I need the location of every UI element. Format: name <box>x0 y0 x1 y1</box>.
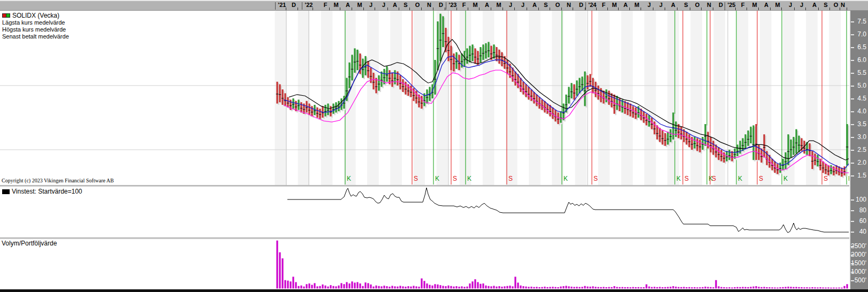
time-axis-tick <box>618 7 619 10</box>
time-axis-tick <box>781 7 782 10</box>
svg-text:K: K <box>564 175 568 182</box>
time-axis-tick <box>550 7 550 10</box>
svg-text:K: K <box>783 175 788 182</box>
svg-text:K: K <box>347 175 351 182</box>
time-axis-tick <box>713 7 713 10</box>
time-axis-tick <box>527 7 527 10</box>
time-axis-tick <box>286 7 286 10</box>
time-axis-month-label: D <box>287 2 300 8</box>
scale-tick <box>851 111 854 112</box>
time-axis-month-label: F <box>736 2 749 8</box>
svg-text:S: S <box>824 175 828 182</box>
time-axis-tick <box>794 7 795 10</box>
time-axis-year-label: '22 <box>302 2 315 8</box>
scale-tick <box>851 98 854 99</box>
time-axis-month-label: M <box>771 2 784 8</box>
legend-series-low-ma: Lägsta kurs medelvärde <box>2 19 69 26</box>
time-axis-tick <box>468 7 468 10</box>
time-axis-tick <box>701 7 702 10</box>
time-axis-month-label: N <box>423 2 436 8</box>
time-axis-tick <box>538 7 539 10</box>
time-axis-tick <box>641 7 641 10</box>
time-axis-month-label: J <box>643 2 656 8</box>
scale-tick <box>851 221 854 222</box>
time-axis-year-label: '21 <box>276 2 288 8</box>
time-axis-month-label: N <box>836 2 849 8</box>
scale-label: 100 <box>856 196 866 203</box>
time-axis-tick <box>747 7 747 10</box>
svg-text:K: K <box>738 175 742 182</box>
svg-text:K: K <box>676 175 681 182</box>
time-axis-month-label: N <box>562 2 575 8</box>
scale-tick <box>851 199 854 201</box>
svg-text:S: S <box>593 175 598 182</box>
time-axis-tick <box>409 7 410 10</box>
svg-text:S: S <box>414 175 418 182</box>
scale-label: 4.0 <box>857 107 866 115</box>
chart-window: '21D'22FMAMJJASOND'23FMAMJJASOND'24FMAMJ… <box>0 0 868 292</box>
scale-label: 500' <box>855 276 866 284</box>
profit-swatch-icon <box>2 189 10 194</box>
scale-label: 1000' <box>851 268 866 275</box>
scale-label: 7.0 <box>857 30 866 38</box>
scale-label: 1.5 <box>857 172 866 179</box>
time-axis-month-label: M <box>330 2 342 8</box>
time-axis-month-label: M <box>492 2 505 8</box>
scale-tick <box>851 21 854 22</box>
time-axis-month-label: J <box>516 2 529 8</box>
scale-tick <box>851 47 854 48</box>
scale-label: 2000' <box>851 251 866 258</box>
scale-label: 40 <box>859 228 866 235</box>
time-axis-month-label: S <box>399 2 412 8</box>
time-axis-tick <box>690 7 690 10</box>
profit-test-panel[interactable]: Vinstest: Startvärde=100 <box>0 187 849 237</box>
scale-label: 2500' <box>851 242 866 250</box>
time-axis-tick <box>363 7 364 10</box>
time-axis-tick <box>573 7 573 10</box>
scale-tick <box>851 60 854 61</box>
time-axis-tick <box>387 7 388 10</box>
time-axis-tick <box>352 7 352 10</box>
legend-series-last-ma: Senast betalt medelvärde <box>2 33 69 40</box>
svg-text:S: S <box>712 175 716 182</box>
legend-green-swatch-icon <box>6 13 10 18</box>
time-axis-tick <box>313 7 313 10</box>
time-axis-month-label: J <box>795 2 808 8</box>
volume-chart[interactable] <box>0 239 849 289</box>
time-axis-month-label: J <box>654 2 667 8</box>
time-axis-tick <box>596 7 597 10</box>
time-axis-tick <box>735 7 736 10</box>
scale-label: 7.5 <box>857 18 866 25</box>
symbol-title: SOLIDX (Vecka) <box>12 12 59 19</box>
copyright-text: Copyright (c) 2023 Vikingen Financial So… <box>2 178 114 183</box>
svg-text:K: K <box>435 175 439 182</box>
time-axis-tick <box>298 7 298 10</box>
value-scale: 7.57.06.56.05.55.04.54.03.53.02.52.01.51… <box>849 11 868 289</box>
volume-label: Volym/Portföljvärde <box>2 240 57 247</box>
time-axis-tick <box>433 7 433 10</box>
time-axis-tick <box>479 7 479 10</box>
volume-panel[interactable]: Volym/Portföljvärde <box>0 239 849 289</box>
time-axis-month-label: A <box>667 2 680 8</box>
scale-label: 5.5 <box>857 69 866 76</box>
scale-tick <box>851 210 854 211</box>
svg-text:S: S <box>453 175 457 182</box>
profit-chart[interactable] <box>0 187 849 237</box>
time-axis-tick <box>502 7 503 10</box>
scale-label: 6.0 <box>857 56 866 64</box>
svg-text:K: K <box>467 175 471 182</box>
price-panel[interactable]: KKKKKKKKKSSSSSSSS SOLIDX (Vecka) Lägsta … <box>0 11 849 185</box>
price-chart[interactable]: KKKKKKKKKSSSSSSSS <box>0 11 849 185</box>
scale-tick <box>851 150 854 151</box>
time-axis-tick <box>847 7 847 10</box>
time-axis-tick <box>805 7 806 10</box>
legend: SOLIDX (Vecka) Lägsta kurs medelvärde Hö… <box>2 11 69 40</box>
time-axis-tick <box>445 7 445 10</box>
profit-label: Vinstest: Startvärde=100 <box>12 188 82 195</box>
scale-label: 80 <box>859 206 866 214</box>
time-axis-tick <box>629 7 630 10</box>
time-axis-tick <box>665 7 665 10</box>
scale-tick <box>851 280 854 281</box>
time-axis-month-label: A <box>341 2 354 8</box>
scale-tick <box>851 34 854 35</box>
